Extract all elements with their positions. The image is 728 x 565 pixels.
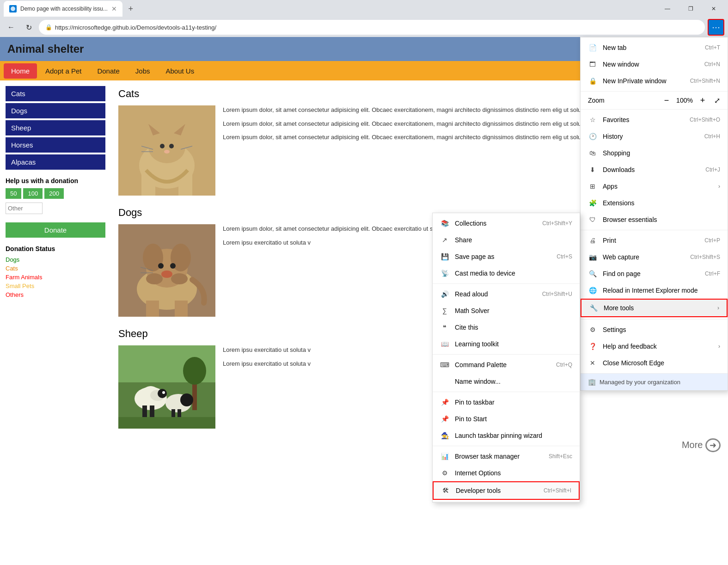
zoom-value: 100% (675, 97, 694, 104)
amount-200[interactable]: 200 (44, 188, 64, 199)
nav-about[interactable]: About Us (158, 63, 202, 79)
command-palette-label: Command Palette (455, 361, 556, 368)
sidebar-item-sheep[interactable]: Sheep (6, 120, 105, 135)
browser-menu-button[interactable]: ⋯ (708, 19, 724, 36)
nav-home[interactable]: Home (4, 63, 37, 79)
sidebar-item-dogs[interactable]: Dogs (6, 103, 105, 118)
print-item[interactable]: 🖨 Print Ctrl+P (581, 232, 728, 249)
browser-tab[interactable]: Demo page with accessibility issu... ✕ (4, 1, 122, 17)
zoom-increase-button[interactable]: + (697, 94, 709, 106)
pin-start-label: Pin to Start (455, 415, 572, 423)
save-page-item[interactable]: 💾 Save page as Ctrl+S (433, 248, 580, 265)
zoom-expand-button[interactable]: ⤢ (714, 96, 720, 105)
reload-ie-item[interactable]: 🌐 Reload in Internet Explorer mode (581, 282, 728, 299)
read-aloud-icon: 🔊 (440, 289, 449, 299)
read-aloud-item[interactable]: 🔊 Read aloud Ctrl+Shift+U (433, 286, 580, 302)
svg-point-23 (171, 273, 188, 284)
browser-task-manager-item[interactable]: 📊 Browser task manager Shift+Esc (433, 448, 580, 465)
new-tab-button[interactable]: + (124, 2, 137, 15)
sidebar-item-horses[interactable]: Horses (6, 137, 105, 153)
tab-favicon-icon (9, 5, 17, 12)
pin-taskbar-item[interactable]: 📌 Pin to taskbar (433, 394, 580, 411)
pin-start-item[interactable]: 📌 Pin to Start (433, 411, 580, 427)
extensions-label: Extensions (603, 199, 720, 207)
browser-task-manager-label: Browser task manager (455, 453, 549, 460)
learning-toolkit-icon: 📖 (440, 339, 449, 349)
more-tools-menu-item[interactable]: 🔧 More tools › (581, 299, 728, 317)
math-solver-item[interactable]: ∑ Math Solver (433, 302, 580, 319)
history-label: History (603, 133, 704, 140)
other-amount-input[interactable] (6, 203, 43, 214)
web-capture-item[interactable]: 📷 Web capture Ctrl+Shift+S (581, 249, 728, 265)
sidebar-item-cats[interactable]: Cats (6, 86, 105, 101)
new-tab-label: New tab (603, 44, 705, 51)
maximize-button[interactable]: ❐ (680, 1, 701, 16)
close-button[interactable]: ✕ (703, 1, 724, 16)
amount-100[interactable]: 100 (23, 188, 43, 199)
new-inprivate-item[interactable]: 🔒 New InPrivate window Ctrl+Shift+N (581, 73, 728, 89)
reload-button[interactable]: ↻ (21, 20, 36, 35)
command-palette-item[interactable]: ⌨ Command Palette Ctrl+Q (433, 356, 580, 373)
close-edge-item[interactable]: ✕ Close Microsoft Edge (581, 355, 728, 371)
managed-label: Managed by your organization (600, 379, 680, 386)
downloads-icon: ⬇ (588, 165, 597, 174)
nav-donate[interactable]: Donate (90, 63, 127, 79)
donation-section: Help us with a donation 50 100 200 Donat… (6, 177, 105, 245)
sidebar-item-alpacas[interactable]: Alpacas (6, 154, 105, 170)
launch-taskbar-wizard-item[interactable]: 🧙 Launch taskbar pinning wizard (433, 427, 580, 444)
svg-point-7 (169, 144, 174, 148)
launch-taskbar-wizard-label: Launch taskbar pinning wizard (455, 432, 572, 439)
downloads-item[interactable]: ⬇ Downloads Ctrl+J (581, 161, 728, 178)
web-capture-label: Web capture (603, 253, 690, 261)
amount-50[interactable]: 50 (6, 188, 21, 199)
favorites-label: Favorites (603, 116, 690, 123)
address-bar[interactable]: 🔒 https://microsoftedge.github.io/Demos/… (39, 20, 705, 35)
name-window-label: Name window... (455, 378, 572, 385)
collections-icon: 📚 (440, 219, 449, 228)
shopping-item[interactable]: 🛍 Shopping (581, 145, 728, 161)
new-window-item[interactable]: 🗔 New window Ctrl+N (581, 56, 728, 73)
settings-item[interactable]: ⚙ Settings (581, 321, 728, 338)
extensions-item[interactable]: 🧩 Extensions (581, 195, 728, 211)
name-window-item[interactable]: Name window... (433, 373, 580, 390)
math-solver-label: Math Solver (455, 307, 572, 314)
favorites-item[interactable]: ☆ Favorites Ctrl+Shift+O (581, 111, 728, 128)
back-button[interactable]: ← (4, 20, 18, 35)
cite-this-item[interactable]: ❝ Cite this (433, 319, 580, 336)
more-tools-submenu: 📚 Collections Ctrl+Shift+Y ↗ Share 💾 Sav… (432, 213, 580, 503)
nav-jobs[interactable]: Jobs (128, 63, 158, 79)
donate-button[interactable]: Donate (6, 222, 105, 238)
sub-menu-section-3: ⌨ Command Palette Ctrl+Q Name window... (433, 355, 580, 392)
help-feedback-arrow-icon: › (718, 343, 720, 350)
browser-main-menu: 📄 New tab Ctrl+T 🗔 New window Ctrl+N 🔒 N… (580, 37, 728, 391)
sub-menu-section-5: 📊 Browser task manager Shift+Esc ⚙ Inter… (433, 446, 580, 502)
minimize-button[interactable]: — (657, 1, 678, 16)
new-tab-item[interactable]: 📄 New tab Ctrl+T (581, 39, 728, 56)
developer-tools-shortcut: Ctrl+Shift+I (544, 487, 571, 494)
find-on-page-label: Find on page (603, 270, 705, 277)
apps-item[interactable]: ⊞ Apps › (581, 178, 728, 195)
lock-icon: 🔒 (45, 24, 52, 31)
collections-item[interactable]: 📚 Collections Ctrl+Shift+Y (433, 215, 580, 232)
internet-options-item[interactable]: ⚙ Internet Options (433, 465, 580, 481)
tab-close-icon[interactable]: ✕ (111, 5, 117, 12)
help-feedback-item[interactable]: ❓ Help and feedback › (581, 338, 728, 355)
browser-task-manager-shortcut: Shift+Esc (549, 453, 572, 460)
svg-point-37 (158, 389, 167, 398)
cite-this-label: Cite this (455, 324, 572, 331)
pin-taskbar-icon: 📌 (440, 398, 449, 407)
browser-essentials-item[interactable]: 🛡 Browser essentials (581, 211, 728, 228)
nav-adopt[interactable]: Adopt a Pet (38, 63, 89, 79)
menu-section-browse: ☆ Favorites Ctrl+Shift+O 🕐 History Ctrl+… (581, 110, 728, 230)
history-item[interactable]: 🕐 History Ctrl+H (581, 128, 728, 145)
developer-tools-label: Developer tools (456, 487, 544, 494)
learning-toolkit-item[interactable]: 📖 Learning toolkit (433, 336, 580, 352)
cast-media-item[interactable]: 📡 Cast media to device (433, 265, 580, 282)
dogs-description: Lorem ipsum dolor, sit amet consectetur … (223, 224, 451, 317)
find-on-page-item[interactable]: 🔍 Find on page Ctrl+F (581, 265, 728, 282)
menu-section-new: 📄 New tab Ctrl+T 🗔 New window Ctrl+N 🔒 N… (581, 37, 728, 92)
zoom-decrease-button[interactable]: − (661, 94, 673, 106)
developer-tools-item[interactable]: 🛠 Developer tools Ctrl+Shift+I (433, 481, 580, 500)
find-on-page-icon: 🔍 (588, 269, 597, 278)
share-item[interactable]: ↗ Share (433, 232, 580, 248)
